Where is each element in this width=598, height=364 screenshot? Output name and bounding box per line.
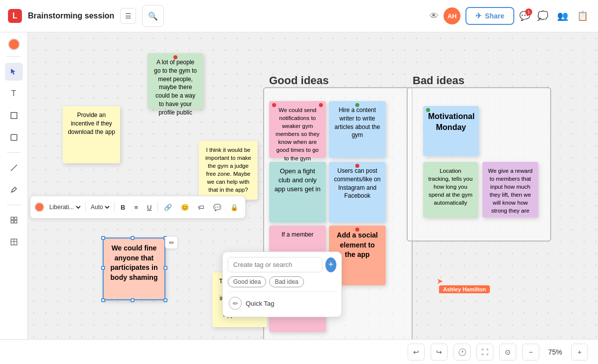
selection-handle-br[interactable] xyxy=(163,298,167,302)
format-color[interactable] xyxy=(34,202,44,212)
sticky-note-14[interactable]: We give a reward to members that input h… xyxy=(482,162,538,218)
svg-rect-1 xyxy=(11,134,17,140)
sticky-note-4[interactable]: We could send notifications to weaker gy… xyxy=(269,101,326,158)
tag-chip-good[interactable]: Good idea xyxy=(228,276,266,287)
grid-tool[interactable] xyxy=(5,211,23,229)
quick-tag-label: Quick Tag xyxy=(246,300,275,307)
app-logo: L xyxy=(8,9,22,23)
sticky-note-12[interactable]: Motivational Monday xyxy=(423,106,479,156)
format-toolbar: Liberati... Auto B ≡ U 🔗 😊 🏷 💬 🔒 xyxy=(30,196,246,219)
notifications-button[interactable]: 💬 1 xyxy=(519,10,530,21)
toolbar-divider-3 xyxy=(7,205,21,205)
color-picker[interactable] xyxy=(8,38,20,50)
svg-rect-4 xyxy=(14,217,17,220)
fullscreen-button[interactable]: ⛶ xyxy=(476,344,493,361)
comment-icon[interactable]: 💭 xyxy=(535,10,550,21)
share-button[interactable]: ✈ Share xyxy=(465,7,514,25)
svg-line-2 xyxy=(11,165,17,171)
edit-note-button[interactable]: ✏ xyxy=(165,236,178,249)
selection-handle-tm[interactable] xyxy=(131,236,135,240)
user-label: Ashley Hamilton xyxy=(439,285,490,293)
selection-handle-bl[interactable] xyxy=(101,298,105,302)
svg-rect-0 xyxy=(11,113,17,119)
sticky-note-3[interactable]: I think it would be important to make th… xyxy=(199,141,258,200)
lock-button[interactable]: 🔒 xyxy=(227,202,241,213)
sticky-note-13[interactable]: Location tracking, tells you how long yo… xyxy=(423,162,478,218)
redo-button[interactable]: ↪ xyxy=(431,344,448,361)
history-button[interactable]: 🕐 xyxy=(453,344,470,361)
undo-button[interactable]: ↩ xyxy=(408,344,425,361)
tag-chips: Good idea Bad idea xyxy=(228,276,336,287)
tag-search-row: + xyxy=(228,257,336,272)
sticky-tool[interactable] xyxy=(5,128,23,146)
zoom-in-button[interactable]: + xyxy=(571,344,588,361)
comment-format-button[interactable]: 💬 xyxy=(210,202,224,213)
tag-search-input[interactable] xyxy=(228,257,322,272)
quick-tag-row[interactable]: ✏ Quick Tag xyxy=(228,295,336,312)
users-icon[interactable]: 👥 xyxy=(555,10,570,21)
toolbar-divider-2 xyxy=(7,152,21,153)
table-tool[interactable] xyxy=(5,233,23,251)
sticky-note-15[interactable]: We could fine anyone that participates i… xyxy=(103,238,165,300)
pen-tool[interactable] xyxy=(5,181,23,199)
bottom-toolbar: ↩ ↪ 🕐 ⛶ ⊙ − 75% + xyxy=(0,339,598,364)
tag-chip-bad[interactable]: Bad idea xyxy=(269,276,303,287)
selection-handle-ml[interactable] xyxy=(101,266,105,270)
text-tool[interactable]: T xyxy=(5,85,23,103)
quick-tag-icon: ✏ xyxy=(229,297,242,310)
menu-button[interactable]: ☰ xyxy=(120,8,136,24)
selection-handle-tl[interactable] xyxy=(101,236,105,240)
header: L Brainstorming session ☰ 🔍 👁 AH ✈ Share… xyxy=(0,0,598,32)
document-title: Brainstorming session xyxy=(28,11,114,20)
sticky-note-6[interactable]: Open a fight club and only app users get… xyxy=(269,162,326,223)
eye-icon[interactable]: 👁 xyxy=(430,11,439,21)
bad-ideas-label: Bad ideas xyxy=(413,74,464,87)
frame-tool[interactable] xyxy=(5,107,23,124)
left-toolbar: T xyxy=(0,32,28,364)
sticky-note-5[interactable]: Hire a content writer to write articles … xyxy=(329,101,386,158)
svg-rect-5 xyxy=(11,221,13,223)
header-right: 👁 AH ✈ Share 💬 1 💭 👥 📋 xyxy=(430,7,590,25)
svg-rect-6 xyxy=(14,221,17,223)
sticky-note-1[interactable]: A lot of people go to the gym to meet pe… xyxy=(148,53,203,109)
good-ideas-label: Good ideas xyxy=(269,74,329,87)
underline-button[interactable]: U xyxy=(144,202,154,213)
toolbar-divider-1 xyxy=(7,56,21,57)
selection-handle-bm[interactable] xyxy=(131,298,135,302)
tag-add-button[interactable]: + xyxy=(325,257,336,272)
avatar[interactable]: AH xyxy=(444,7,460,24)
link-button[interactable]: 🔗 xyxy=(161,202,175,213)
zoom-level: 75% xyxy=(545,348,565,356)
canvas[interactable]: Good ideas Bad ideas A lot of people go … xyxy=(28,32,598,339)
tag-popup: + Good idea Bad idea ✏ Quick Tag xyxy=(222,251,342,317)
zoom-out-button[interactable]: − xyxy=(522,344,539,361)
line-tool[interactable] xyxy=(5,159,23,177)
select-tool[interactable] xyxy=(5,63,23,81)
location-button[interactable]: ⊙ xyxy=(499,344,516,361)
align-button[interactable]: ≡ xyxy=(131,202,141,213)
list-icon[interactable]: 📋 xyxy=(575,10,590,21)
search-button[interactable]: 🔍 xyxy=(142,5,164,27)
font-size-select[interactable]: Auto xyxy=(89,203,111,211)
tag-separator xyxy=(228,291,336,292)
emoji-button[interactable]: 😊 xyxy=(178,202,192,213)
bold-button[interactable]: B xyxy=(118,202,128,213)
sticky-note-2[interactable]: Provide an incentive if they download th… xyxy=(63,106,120,163)
notif-badge: 1 xyxy=(525,8,532,15)
tag-button[interactable]: 🏷 xyxy=(195,202,207,213)
font-select[interactable]: Liberati... xyxy=(47,203,82,211)
sticky-note-7[interactable]: Users can post comments/like on Instagra… xyxy=(329,162,386,223)
svg-rect-3 xyxy=(11,217,13,220)
selection-handle-mr[interactable] xyxy=(163,266,167,270)
share-icon: ✈ xyxy=(475,11,482,20)
